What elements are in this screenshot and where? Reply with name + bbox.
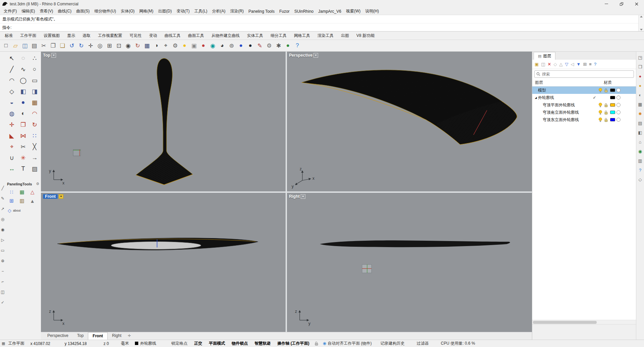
viewport-label[interactable]: Perspective (289, 53, 312, 58)
render-sphere-teal-icon[interactable]: ◉ (208, 41, 217, 50)
zoom-selected-icon[interactable]: ◉ (124, 41, 133, 50)
table-view-icon[interactable]: ⊞ (583, 62, 587, 67)
viewport-tab-top[interactable]: Top (73, 332, 88, 340)
search-input[interactable] (542, 72, 632, 76)
dock-pen-icon[interactable]: ✎ (1, 196, 4, 201)
open-file-icon[interactable]: ▱ (11, 41, 20, 50)
dock-circle-icon[interactable]: ◎ (1, 217, 4, 222)
hatch-icon[interactable]: ▨ (29, 163, 40, 174)
dock-eye-icon[interactable]: ◉ (1, 227, 4, 232)
planar-mode-toggle[interactable]: 平面模式 (205, 341, 228, 346)
menu-item[interactable]: 视窗(W) (344, 8, 363, 14)
toolbar-tab[interactable]: 工作视窗配置 (94, 31, 126, 40)
move-down-icon[interactable]: ▽ (565, 62, 568, 67)
layer-material-icon[interactable] (616, 103, 621, 107)
osnap-toggle[interactable]: 物件锁点 (228, 341, 251, 346)
dock-snap-icon[interactable]: ⊕ (1, 258, 4, 264)
toolbar-tab[interactable]: 选取 (79, 31, 94, 40)
layer-visibility-toggle[interactable] (597, 117, 603, 122)
layer-name[interactable]: 模型 (538, 88, 592, 93)
smarttrack-toggle[interactable]: 智慧轨迹 (251, 341, 274, 346)
viewport-label[interactable]: Right (289, 194, 300, 199)
lightbulb-icon[interactable]: ● (180, 41, 189, 50)
dock-line-icon[interactable]: ╱ (1, 186, 4, 191)
toolbar-tab[interactable]: 出图 (337, 31, 353, 40)
layer-color-swatch[interactable] (610, 111, 615, 114)
dock-rect-icon[interactable]: ▭ (1, 248, 4, 253)
expander-icon[interactable]: ◢ (534, 96, 538, 99)
object-snap-icon[interactable]: ⌖ (161, 41, 170, 50)
panel-notes-icon[interactable]: ▤ (638, 121, 642, 126)
layer-color-swatch[interactable] (610, 118, 615, 121)
layer-lock-toggle[interactable] (603, 118, 609, 122)
help-icon[interactable]: ? (293, 41, 302, 50)
split-icon[interactable]: ╳ (29, 141, 40, 152)
units-label[interactable]: 毫米 (118, 341, 132, 346)
filter-icon[interactable]: ▼ (577, 62, 581, 67)
viewport-tab-front[interactable]: Front (88, 332, 108, 340)
zoom-dynamic-icon[interactable]: ◎ (96, 41, 104, 50)
menu-item[interactable]: 说明(H) (363, 8, 381, 14)
zoom-extents-icon[interactable]: ⊡ (114, 41, 123, 50)
menu-item[interactable]: Paneling Tools (246, 9, 277, 14)
render-sphere-icon[interactable]: ◕ (218, 41, 227, 50)
layer-row[interactable]: 模型 (532, 86, 636, 94)
array-icon[interactable]: ∷ (29, 130, 40, 141)
panel-globe-icon[interactable]: ◉ (638, 149, 642, 154)
viewport-menu-dropdown[interactable] (59, 194, 63, 199)
menu-item[interactable]: 工具(L) (192, 8, 210, 14)
point-icon[interactable]: ∴ (29, 53, 40, 64)
pt-triangle-icon[interactable]: △ (27, 188, 38, 196)
menu-item[interactable]: 分析(A) (210, 8, 228, 14)
dock-minus-icon[interactable]: − (1, 269, 4, 274)
panel-box-icon[interactable]: ◧ (638, 130, 642, 135)
menu-item[interactable]: 变动(T) (174, 8, 192, 14)
status-grid-icon[interactable]: ▦ (0, 341, 5, 346)
sun-icon[interactable]: ✹ (638, 111, 642, 116)
toolbar-tab[interactable]: V8 新功能 (353, 31, 378, 40)
ortho-toggle[interactable]: 正交 (191, 341, 205, 346)
viewport-front[interactable]: z x Front (41, 193, 286, 332)
gear-icon[interactable]: ⚙ (36, 182, 39, 186)
viewport-label[interactable]: Front (43, 194, 58, 199)
layer-visibility-toggle[interactable] (597, 103, 603, 107)
surface-icon[interactable]: ◧ (17, 86, 29, 97)
explode-icon[interactable]: ✳ (17, 152, 29, 163)
layer-material-icon[interactable] (616, 96, 621, 100)
layer-row[interactable]: 穹顶平面外轮廓线 (532, 101, 636, 109)
layer-name[interactable]: 穹顶南立面外轮廓线 (538, 110, 592, 115)
close-button[interactable] (629, 0, 644, 8)
copy-icon[interactable]: ❐ (49, 41, 57, 50)
panel-sheet-icon[interactable]: ▥ (638, 158, 642, 163)
toolbar-tab[interactable]: 细分工具 (267, 31, 290, 40)
command-prompt[interactable]: 指令: (0, 23, 638, 32)
new-layer-icon[interactable]: ▣ (535, 62, 539, 67)
grid-snap-toggle[interactable]: 锁定格点 (168, 341, 191, 346)
extend-icon[interactable]: → (29, 152, 40, 163)
cplane-selector[interactable]: 工作平面 (5, 341, 27, 346)
fillet-icon[interactable]: ◠ (29, 108, 40, 119)
dock-scale-icon[interactable]: ↗ (1, 207, 4, 212)
toolbar-tab[interactable]: 网格工具 (290, 31, 314, 40)
toolbar-tab[interactable]: 显示 (63, 31, 79, 40)
cylinder-icon[interactable]: ◍ (6, 108, 17, 119)
toolbar-tab[interactable]: 变动 (145, 31, 161, 40)
select-brush-icon[interactable]: ◌ (17, 53, 29, 64)
lock-icon[interactable]: ▣ (190, 41, 198, 50)
active-layer-indicator[interactable]: 外轮廓线 (132, 341, 159, 346)
viewport-menu-dropdown[interactable] (51, 53, 56, 58)
orient-icon[interactable]: ⌖ (6, 141, 17, 152)
toolbar-tab[interactable]: 实体工具 (243, 31, 267, 40)
options-icon[interactable]: ✱ (274, 41, 283, 50)
scale-icon[interactable]: ◣ (6, 130, 17, 141)
panel-menu-icon[interactable]: ≡ (589, 62, 592, 67)
toolbar-tab[interactable]: 渲染工具 (314, 31, 337, 40)
gears-icon[interactable]: ⚙ (265, 41, 274, 50)
panel-props-icon[interactable]: ◳ (638, 55, 642, 60)
menu-item[interactable]: 实体(O) (118, 8, 137, 14)
pt-panel-grid-icon[interactable]: ▦ (17, 188, 27, 196)
layer-material-icon[interactable] (616, 118, 621, 122)
toolbar-tab[interactable]: 曲线工具 (161, 31, 184, 40)
layer-color-swatch[interactable] (610, 89, 615, 92)
viewport-right[interactable]: z y Right (287, 193, 532, 332)
